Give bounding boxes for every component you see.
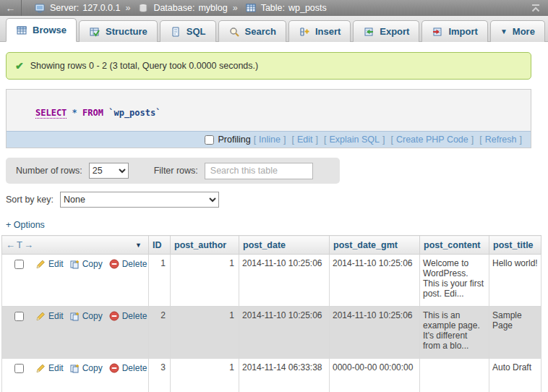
refresh-link[interactable]: Refresh [485, 135, 517, 145]
tab-label: More [513, 26, 535, 37]
cell-post-date[interactable]: 2014-11-10 10:25:06 [239, 255, 330, 307]
transpose-icon[interactable]: ←T→ [6, 239, 35, 250]
cell-post-title[interactable]: Auto Draft [489, 359, 541, 392]
row-select-checkbox[interactable] [14, 364, 24, 373]
delete-action[interactable]: Delete [109, 311, 147, 321]
header-post-author[interactable]: post_author [171, 236, 239, 255]
database-icon [138, 3, 148, 13]
copy-icon [70, 312, 80, 321]
create-php-code-link[interactable]: Create PHP Code [396, 135, 468, 145]
back-arrow-icon: ← [6, 2, 16, 14]
edit-query-link[interactable]: Edit [297, 135, 313, 145]
header-post-content[interactable]: post_content [420, 236, 489, 255]
cell-post-date[interactable]: 2014-11-10 10:25:06 [239, 307, 330, 359]
tab-more[interactable]: ▼ More [490, 20, 545, 42]
copy-action[interactable]: Copy [70, 259, 103, 269]
copy-label: Copy [82, 259, 103, 269]
tab-browse[interactable]: Browse [6, 18, 77, 42]
profiling-checkbox[interactable] [205, 135, 214, 145]
edit-pencil-icon [35, 311, 46, 321]
cell-post-date-gmt[interactable]: 0000-00-00 00:00:00 [330, 359, 420, 392]
table-icon [246, 3, 256, 13]
breadcrumb-database-link[interactable]: myblog [198, 3, 227, 13]
cell-id[interactable]: 1 [149, 255, 171, 307]
breadcrumb-server-link[interactable]: 127.0.0.1 [82, 3, 120, 13]
tab-structure[interactable]: Structure [79, 20, 158, 42]
cell-post-date-gmt[interactable]: 2014-11-10 10:25:06 [330, 255, 420, 307]
export-icon [363, 26, 374, 38]
cell-post-author[interactable]: 1 [171, 359, 239, 392]
cell-post-date[interactable]: 2014-11-14 06:33:38 [239, 359, 330, 392]
sql-query-box: SELECT * FROM `wp_posts` Profiling [ Inl… [6, 89, 531, 148]
tab-export[interactable]: Export [353, 20, 419, 42]
status-message-text: Showing rows 0 - 2 (3 total, Query took … [30, 61, 258, 71]
row-select-checkbox[interactable] [14, 312, 24, 321]
explain-sql-link[interactable]: Explain SQL [329, 135, 379, 145]
delete-action[interactable]: Delete [109, 259, 147, 269]
bracket: [ [479, 135, 481, 145]
copy-icon [70, 364, 80, 373]
cell-post-title[interactable]: Hello world! [489, 255, 541, 307]
bracket: ] [382, 135, 385, 145]
table-row: Edit Copy Delete 1 1 2014-11-10 10:25:06… [2, 255, 541, 307]
cell-post-content[interactable]: This is an example page. It's different … [420, 307, 489, 359]
inline-link[interactable]: Inline [259, 135, 281, 145]
query-tools-bar: Profiling [ Inline ] [ Edit ] [ Explain … [7, 131, 531, 148]
breadcrumb-server-label: Server: [50, 3, 79, 13]
sort-by-key-select[interactable]: None [60, 192, 219, 208]
phpmyadmin-page: ← Server: 127.0.0.1 » Database: myblog »… [0, 0, 548, 392]
options-toggle[interactable]: + Options [6, 220, 45, 230]
edit-action[interactable]: Edit [35, 311, 64, 321]
collapse-icon [531, 3, 541, 13]
tab-sql[interactable]: SQL [160, 20, 216, 42]
sort-dropdown-icon[interactable]: ▼ [135, 242, 142, 249]
cell-post-title[interactable]: Sample Page [489, 307, 541, 359]
edit-action[interactable]: Edit [35, 363, 64, 373]
collapse-navigation-button[interactable] [523, 3, 548, 13]
filter-rows-label: Filter rows: [154, 166, 198, 176]
breadcrumb-database-label: Database: [153, 3, 194, 13]
tab-label: Insert [315, 26, 341, 37]
cell-id[interactable]: 3 [149, 359, 171, 392]
tab-label: Export [380, 26, 409, 37]
edit-label: Edit [48, 311, 64, 321]
tab-insert[interactable]: Insert [288, 20, 351, 42]
browse-icon [16, 25, 27, 36]
cell-post-content[interactable] [420, 359, 489, 392]
edit-pencil-icon [35, 363, 46, 373]
edit-label: Edit [48, 259, 64, 269]
sql-keyword-select: SELECT [35, 108, 67, 119]
sql-asterisk: * [72, 108, 77, 118]
tab-label: SQL [187, 26, 206, 37]
copy-action[interactable]: Copy [70, 363, 103, 373]
filter-rows-input[interactable] [205, 163, 313, 179]
tab-search[interactable]: Search [218, 20, 286, 42]
bracket: ] [283, 135, 286, 145]
copy-action[interactable]: Copy [70, 311, 103, 321]
cell-post-author[interactable]: 1 [171, 255, 239, 307]
row-select-checkbox[interactable] [14, 260, 24, 269]
edit-pencil-icon [35, 259, 46, 269]
bracket: [ [390, 135, 393, 145]
cell-post-date-gmt[interactable]: 2014-11-10 10:25:06 [330, 307, 420, 359]
back-button[interactable]: ← [0, 0, 22, 16]
cell-post-content[interactable]: Welcome to WordPress. This is your first… [420, 255, 489, 307]
cell-id[interactable]: 2 [149, 307, 171, 359]
breadcrumb: ← Server: 127.0.0.1 » Database: myblog »… [0, 0, 548, 16]
header-id[interactable]: ID [149, 236, 171, 255]
header-actions: ←T→ ▼ [2, 236, 149, 255]
tab-import[interactable]: Import [421, 20, 487, 42]
results-table: ←T→ ▼ ID post_author post_date post_date… [1, 235, 541, 392]
edit-action[interactable]: Edit [35, 259, 64, 269]
sql-icon [170, 26, 181, 38]
delete-action[interactable]: Delete [109, 363, 147, 373]
header-post-date[interactable]: post_date [239, 236, 330, 255]
number-of-rows-select[interactable]: 25 [89, 163, 129, 179]
copy-label: Copy [82, 311, 103, 321]
breadcrumb-table-link[interactable]: wp_posts [288, 3, 327, 13]
header-post-date-gmt[interactable]: post_date_gmt [330, 236, 420, 255]
table-row: Edit Copy Delete 2 1 2014-11-10 10:25:06… [2, 307, 541, 359]
header-post-title[interactable]: post_title [489, 236, 541, 255]
cell-post-author[interactable]: 1 [171, 307, 239, 359]
tab-label: Import [448, 26, 477, 37]
